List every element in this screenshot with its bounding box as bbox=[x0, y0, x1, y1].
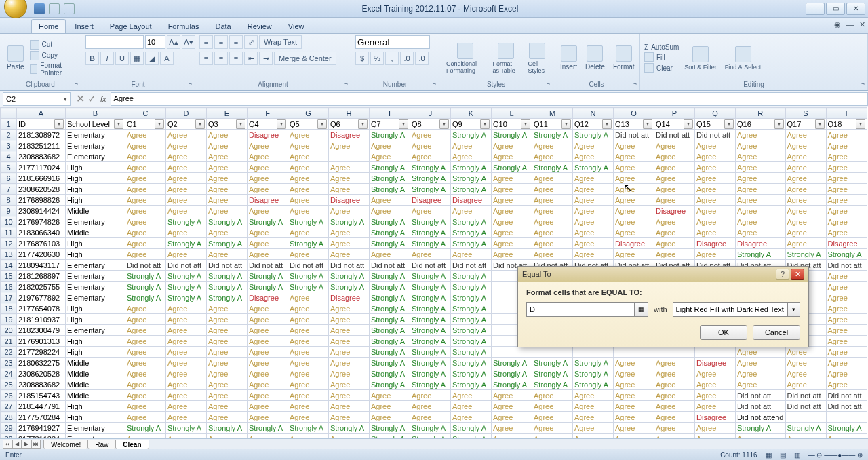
font-color-button[interactable]: A bbox=[160, 52, 174, 65]
cell[interactable]: Agree bbox=[125, 130, 166, 140]
cell[interactable]: Agree bbox=[492, 216, 532, 227]
cell[interactable]: Strongly A bbox=[370, 347, 410, 358]
cell[interactable]: Strongly A bbox=[410, 325, 451, 336]
cell[interactable]: Strongly A bbox=[410, 368, 451, 379]
cell[interactable]: 2177298224 bbox=[17, 347, 66, 358]
cell[interactable]: Strongly A bbox=[826, 249, 867, 260]
cell[interactable]: Elementary bbox=[66, 130, 125, 140]
cell[interactable]: Agree bbox=[329, 325, 370, 336]
cell[interactable]: Agree bbox=[785, 347, 826, 358]
cell[interactable]: Strongly A bbox=[451, 368, 492, 379]
cell[interactable]: High bbox=[66, 303, 125, 314]
cell[interactable]: Agree bbox=[410, 140, 451, 151]
cell[interactable]: Agree bbox=[573, 195, 614, 206]
cell[interactable]: Agree bbox=[573, 249, 614, 260]
cell[interactable]: Agree bbox=[248, 379, 288, 390]
cell[interactable]: Agree bbox=[532, 423, 573, 434]
cell[interactable]: Agree bbox=[614, 401, 654, 412]
cell[interactable]: Agree bbox=[451, 401, 492, 412]
cell[interactable]: Did not att bbox=[736, 390, 786, 401]
cell[interactable]: Strongly A bbox=[451, 184, 492, 195]
cell[interactable]: Agree bbox=[207, 314, 248, 325]
cell[interactable]: Strongly A bbox=[329, 271, 370, 282]
cell[interactable]: Strongly A bbox=[125, 423, 166, 434]
cell[interactable]: Did not att bbox=[207, 260, 248, 271]
cell[interactable]: Strongly A bbox=[410, 379, 451, 390]
cell[interactable]: Agree bbox=[492, 249, 532, 260]
cell[interactable]: Agree bbox=[329, 390, 370, 401]
row-header[interactable]: 28 bbox=[1, 412, 17, 423]
row-header[interactable]: 15 bbox=[1, 271, 17, 282]
row-header[interactable]: 26 bbox=[1, 390, 17, 401]
cell[interactable]: Strongly A bbox=[451, 314, 492, 325]
cell[interactable]: Agree bbox=[695, 206, 736, 216]
align-top-icon[interactable]: ≡ bbox=[199, 35, 213, 49]
cell[interactable]: Agree bbox=[166, 140, 207, 151]
cell[interactable]: Agree bbox=[573, 140, 614, 151]
filter-header[interactable]: Q6 bbox=[329, 119, 370, 130]
cell[interactable]: Middle bbox=[66, 227, 125, 238]
cell[interactable]: Disagree bbox=[695, 238, 736, 249]
filter-header[interactable]: Q14 bbox=[654, 119, 695, 130]
cell[interactable]: Agree bbox=[207, 401, 248, 412]
cell[interactable]: Strongly A bbox=[288, 238, 329, 249]
cell[interactable]: 2177420630 bbox=[17, 249, 66, 260]
filter-header[interactable]: ID bbox=[17, 119, 66, 130]
cell[interactable]: Agree bbox=[695, 423, 736, 434]
cell[interactable] bbox=[614, 347, 654, 358]
cell[interactable]: Agree bbox=[532, 206, 573, 216]
cell[interactable]: Agree bbox=[654, 412, 695, 423]
cell[interactable]: Agree bbox=[166, 227, 207, 238]
cell[interactable]: Agree bbox=[166, 314, 207, 325]
cell[interactable]: Agree bbox=[248, 401, 288, 412]
cell[interactable]: 2181447791 bbox=[17, 401, 66, 412]
cell[interactable]: Strongly A bbox=[166, 238, 207, 249]
cell[interactable]: Agree bbox=[492, 206, 532, 216]
cell[interactable]: Disagree bbox=[826, 238, 867, 249]
ribbon-tab-home[interactable]: Home bbox=[31, 19, 66, 33]
cell[interactable]: Agree bbox=[785, 238, 826, 249]
cell[interactable]: High bbox=[66, 162, 125, 173]
close-button[interactable]: ✕ bbox=[846, 3, 865, 15]
filter-header[interactable]: Q9 bbox=[451, 119, 492, 130]
cell[interactable]: Agree bbox=[207, 249, 248, 260]
cell[interactable]: Elementary bbox=[66, 282, 125, 292]
cell[interactable]: Agree bbox=[207, 206, 248, 216]
cell[interactable]: Agree bbox=[248, 412, 288, 423]
cell[interactable]: Agree bbox=[166, 151, 207, 162]
cell[interactable]: Agree bbox=[125, 379, 166, 390]
cell[interactable]: Strongly A bbox=[532, 162, 573, 173]
cell[interactable]: Middle bbox=[66, 368, 125, 379]
cell[interactable]: Strongly A bbox=[573, 130, 614, 140]
range-selector-icon[interactable]: ▦ bbox=[635, 302, 648, 317]
cell[interactable]: Strongly A bbox=[492, 368, 532, 379]
cell[interactable]: Agree bbox=[532, 195, 573, 206]
office-button[interactable] bbox=[4, 0, 27, 18]
row-header[interactable]: 22 bbox=[1, 347, 17, 358]
cell[interactable]: Strongly A bbox=[248, 423, 288, 434]
row-header[interactable]: 6 bbox=[1, 173, 17, 184]
cell[interactable]: Agree bbox=[826, 282, 867, 292]
filter-header[interactable]: Q5 bbox=[288, 119, 329, 130]
cell[interactable]: 2176974826 bbox=[17, 216, 66, 227]
cell[interactable]: Agree bbox=[166, 347, 207, 358]
cell[interactable]: Agree bbox=[125, 401, 166, 412]
cell[interactable]: Agree bbox=[826, 271, 867, 282]
cell[interactable]: Agree bbox=[785, 195, 826, 206]
cell[interactable]: Agree bbox=[329, 303, 370, 314]
filter-header[interactable]: Q18 bbox=[826, 119, 867, 130]
col-header-Q[interactable]: Q bbox=[695, 108, 736, 119]
cell[interactable]: Agree bbox=[695, 227, 736, 238]
decrease-indent-icon[interactable]: ⇤ bbox=[244, 52, 258, 65]
cell[interactable]: Agree bbox=[614, 206, 654, 216]
cell-styles-button[interactable]: Cell Styles bbox=[526, 41, 549, 75]
cell[interactable]: Agree bbox=[288, 184, 329, 195]
cell[interactable]: 2183066340 bbox=[17, 227, 66, 238]
cell[interactable]: Agree bbox=[125, 140, 166, 151]
cell[interactable]: Agree bbox=[125, 195, 166, 206]
cell[interactable]: Agree bbox=[736, 151, 786, 162]
cell[interactable]: Agree bbox=[614, 173, 654, 184]
cell[interactable]: Elementary bbox=[66, 292, 125, 303]
cell[interactable]: Strongly A bbox=[736, 423, 786, 434]
cell[interactable]: Agree bbox=[532, 390, 573, 401]
